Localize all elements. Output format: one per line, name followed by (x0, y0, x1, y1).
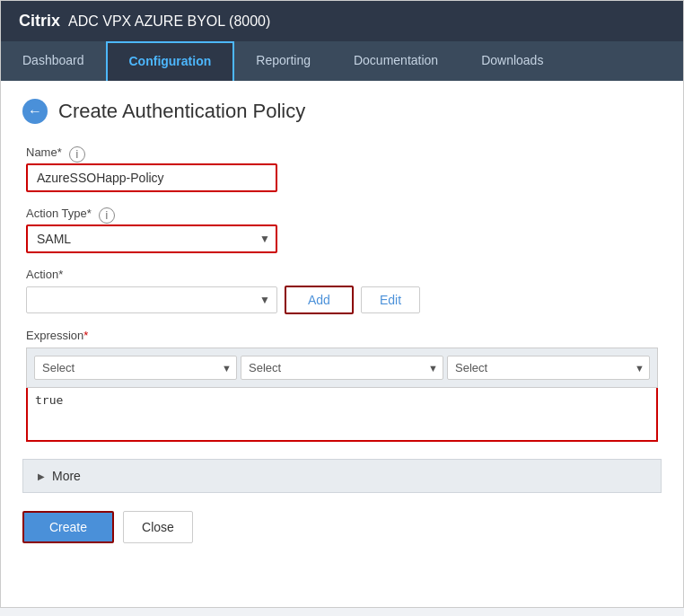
more-label: More (52, 469, 81, 483)
form-section: Name* i Action Type* i SAML LDAP RADIUS (22, 145, 662, 444)
nav-item-documentation[interactable]: Documentation (332, 41, 460, 81)
action-type-group: Action Type* i SAML LDAP RADIUS ▼ (26, 207, 658, 253)
name-label: Name* (26, 145, 62, 159)
brand: Citrix ADC VPX AZURE BYOL (8000) (19, 12, 270, 31)
brand-adc: ADC VPX AZURE BYOL (8000) (68, 13, 270, 29)
app-container: Citrix ADC VPX AZURE BYOL (8000) Dashboa… (0, 0, 684, 608)
more-triangle-icon: ▶ (38, 471, 45, 481)
back-icon: ← (28, 103, 42, 119)
action-group: Action* ▼ Add Edit (26, 268, 658, 314)
expression-section: Expression* Select ▼ Select ▼ (26, 329, 658, 444)
brand-citrix: Citrix (19, 12, 60, 30)
action-select-wrapper: ▼ (26, 286, 277, 313)
expr-select-wrap-3: Select ▼ (447, 356, 650, 380)
close-button[interactable]: Close (123, 511, 193, 543)
expr-select-wrap-1: Select ▼ (34, 356, 237, 380)
nav-item-dashboard[interactable]: Dashboard (1, 41, 106, 81)
page-content: ← Create Authentication Policy Name* i A… (1, 81, 683, 607)
action-row: ▼ Add Edit (26, 286, 658, 314)
add-button[interactable]: Add (285, 286, 354, 314)
action-type-select-wrapper: SAML LDAP RADIUS ▼ (26, 224, 277, 253)
nav-item-configuration[interactable]: Configuration (106, 41, 235, 81)
expression-label: Expression* (26, 329, 658, 342)
expression-select-3[interactable]: Select (447, 356, 650, 380)
back-button[interactable]: ← (22, 99, 48, 124)
expression-selects-row: Select ▼ Select ▼ Select ▼ (26, 348, 658, 388)
expression-select-2[interactable]: Select (241, 356, 443, 380)
create-button[interactable]: Create (22, 511, 114, 543)
expression-textarea[interactable]: true (26, 388, 658, 442)
page-title: Create Authentication Policy (58, 100, 305, 123)
more-section[interactable]: ▶ More (22, 459, 662, 493)
edit-button[interactable]: Edit (361, 286, 420, 313)
main-nav: Dashboard Configuration Reporting Docume… (1, 41, 683, 81)
action-type-label-row: Action Type* i (26, 207, 658, 224)
action-type-label: Action Type* (26, 207, 92, 220)
name-label-row: Name* i (26, 145, 658, 163)
nav-item-downloads[interactable]: Downloads (460, 41, 565, 81)
expr-select-wrap-2: Select ▼ (241, 356, 443, 380)
action-type-info-icon[interactable]: i (99, 207, 115, 224)
expression-req-star: * (83, 329, 88, 342)
name-group: Name* i (26, 145, 658, 192)
page-title-row: ← Create Authentication Policy (22, 99, 662, 124)
action-select[interactable] (26, 286, 277, 313)
action-label: Action* (26, 268, 658, 281)
app-header: Citrix ADC VPX AZURE BYOL (8000) (1, 1, 683, 41)
footer-buttons: Create Close (22, 511, 662, 543)
action-type-select[interactable]: SAML LDAP RADIUS (26, 224, 277, 253)
nav-item-reporting[interactable]: Reporting (234, 41, 332, 81)
name-info-icon[interactable]: i (69, 146, 85, 163)
expression-select-1[interactable]: Select (34, 356, 237, 380)
name-input[interactable] (26, 163, 277, 192)
